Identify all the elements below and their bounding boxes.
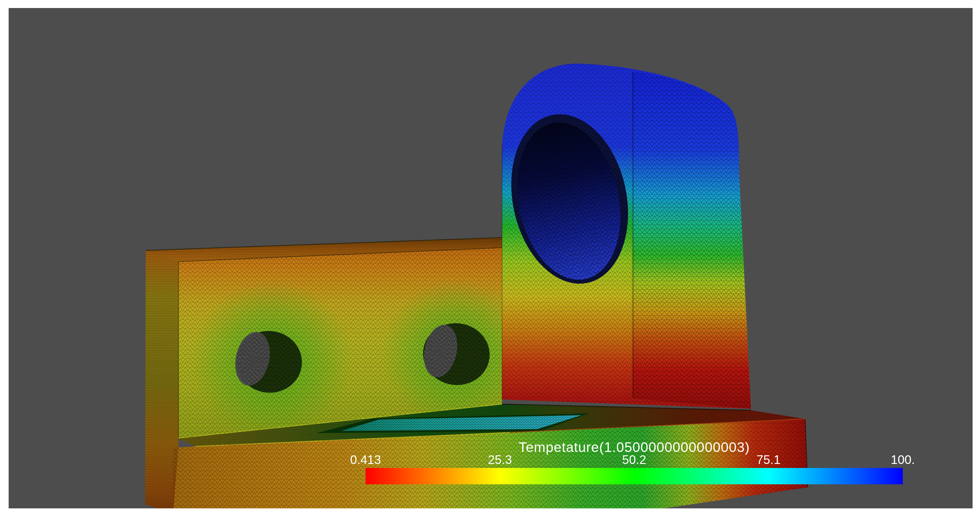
render-viewport[interactable] (9, 8, 973, 508)
scalar-bar-tick-2: 50.2 (603, 453, 665, 467)
scalar-bar-tick-0: 0.413 (335, 453, 396, 467)
scalar-bar-tick-3: 75.1 (738, 453, 799, 467)
scalar-bar-tick-4: 100. (872, 453, 934, 467)
scalar-bar-gradient[interactable] (366, 468, 903, 484)
scene-canvas (9, 8, 973, 508)
scalar-bar-tick-1: 25.3 (469, 453, 531, 467)
